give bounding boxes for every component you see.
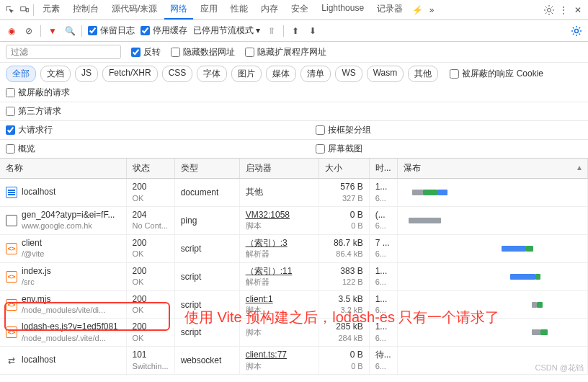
time: 1...6... — [369, 319, 397, 347]
time: 1...6... — [369, 262, 397, 290]
device-icon[interactable] — [19, 4, 30, 16]
preserve-log-checkbox[interactable]: 保留日志 — [88, 25, 135, 37]
type-filter-row: 全部文档JSFetch/XHRCSS字体图片媒体清单WSWasm其他 被屏蔽的响… — [0, 63, 588, 102]
status-code: 200 — [133, 238, 169, 249]
table-row[interactable]: ⇄localhost101Switchin...websocketclient.… — [0, 347, 588, 375]
status-text: OK — [133, 249, 169, 259]
devtools-tab[interactable]: 记录器 — [371, 0, 409, 19]
devtools-tab[interactable]: 控制台 — [67, 0, 104, 19]
col-waterfall[interactable]: 瀑布 ▴ — [397, 159, 587, 179]
time: 待...6... — [369, 347, 397, 375]
script-icon: <> — [6, 271, 17, 283]
type-filter-row-2: 第三方请求 — [0, 102, 588, 121]
col-size[interactable]: 大小 — [318, 159, 369, 179]
svg-point-3 — [575, 29, 579, 32]
more-tabs-icon[interactable]: » — [426, 4, 437, 16]
status-text: OK — [133, 193, 169, 203]
devtools-tab[interactable]: Lighthouse — [316, 0, 370, 19]
devtools-tab[interactable]: 内存 — [255, 0, 284, 19]
devtools-tab[interactable]: 安全 — [285, 0, 314, 19]
overview-checkbox[interactable]: 概览 — [6, 143, 35, 155]
export-har-icon[interactable]: ⬇ — [307, 25, 318, 37]
record-icon[interactable]: ◉ — [6, 25, 17, 37]
type-pill[interactable]: CSS — [162, 66, 193, 82]
hide-ext-url-checkbox[interactable]: 隐藏扩展程序网址 — [245, 46, 326, 58]
status-text: OK — [133, 305, 169, 315]
col-status[interactable]: 状态 — [126, 159, 174, 179]
clear-icon[interactable]: ⊘ — [23, 25, 35, 37]
filter-icon[interactable]: ▼ — [47, 25, 58, 37]
third-party-checkbox[interactable]: 第三方请求 — [6, 105, 61, 117]
size: 0 B — [325, 210, 363, 221]
hide-data-url-checkbox[interactable]: 隐藏数据网址 — [171, 46, 235, 58]
settings-icon[interactable] — [543, 4, 555, 16]
status-code: 200 — [133, 182, 169, 193]
big-rows-checkbox[interactable]: 大请求行 — [6, 124, 53, 136]
filter-row: 反转 隐藏数据网址 隐藏扩展程序网址 — [0, 42, 588, 63]
script-icon: <> — [6, 243, 17, 254]
request-name: gen_204?atyp=i&ei=fF... — [22, 210, 115, 221]
type-pill[interactable]: 文档 — [40, 66, 71, 82]
status-text: OK — [133, 333, 169, 343]
status-code: 200 — [133, 266, 169, 277]
initiator[interactable]: VM32:1058 — [246, 210, 313, 221]
col-time[interactable]: 时... — [369, 159, 397, 179]
type-pill[interactable]: JS — [75, 66, 98, 82]
blocked-req-checkbox[interactable]: 被屏蔽的请求 — [6, 86, 70, 99]
request-path: /src — [22, 277, 51, 287]
table-row[interactable]: <>index.js/src200OKscript（索引）:11解析器383 B… — [0, 262, 588, 290]
filter-input[interactable] — [6, 45, 121, 59]
screenshot-checkbox[interactable]: 屏幕截图 — [316, 143, 362, 155]
request-type: script — [174, 319, 239, 347]
invert-checkbox[interactable]: 反转 — [131, 46, 161, 58]
group-frame-checkbox[interactable]: 按框架分组 — [316, 124, 371, 136]
size: 0 B — [325, 350, 363, 361]
initiator[interactable]: （索引）:11 — [246, 266, 313, 277]
type-pill[interactable]: 其他 — [408, 66, 438, 82]
table-row[interactable]: <>lodash-es.js?v=1ed5f081/node_modules/.… — [0, 319, 588, 347]
close-devtools-icon[interactable]: ✕ — [572, 4, 584, 16]
size-sub: 122 B — [325, 277, 363, 287]
network-conditions-icon[interactable]: ⥣ — [266, 25, 277, 37]
network-settings-icon[interactable] — [571, 25, 582, 37]
type-pill[interactable]: 清单 — [300, 66, 331, 82]
script-icon: <> — [6, 327, 17, 338]
type-pill[interactable]: WS — [335, 66, 362, 82]
type-pill[interactable]: 图片 — [231, 66, 262, 82]
devtools-tab[interactable]: 性能 — [225, 0, 254, 19]
initiator-sub: 脚本 — [246, 221, 313, 231]
disable-cache-checkbox[interactable]: 停用缓存 — [141, 25, 187, 37]
search-icon[interactable]: 🔍 — [64, 25, 76, 37]
type-pill[interactable]: 全部 — [6, 66, 36, 82]
initiator[interactable]: client:1 — [246, 294, 313, 306]
type-pill[interactable]: 字体 — [197, 66, 227, 82]
type-pill[interactable]: Wasm — [367, 66, 404, 82]
type-pill[interactable]: 媒体 — [266, 66, 296, 82]
blocked-cookie-checkbox[interactable]: 被屏蔽的响应 Cookie — [450, 68, 543, 80]
kebab-menu-icon[interactable]: ⋮ — [558, 4, 569, 16]
table-row[interactable]: localhost200OKdocument其他576 B327 B1...6.… — [0, 179, 588, 207]
col-type[interactable]: 类型 — [174, 159, 239, 179]
devtools-tab[interactable]: 网络 — [164, 0, 193, 19]
initiator[interactable]: client.ts:77 — [246, 350, 313, 361]
request-path: www.google.com.hk — [22, 221, 115, 231]
script-icon: <> — [6, 299, 17, 311]
time: 1...6... — [369, 179, 397, 207]
devtools-tab[interactable]: 元素 — [37, 0, 66, 19]
col-initiator[interactable]: 启动器 — [239, 159, 318, 179]
devtools-tab[interactable]: 源代码/来源 — [106, 0, 163, 19]
inspect-icon[interactable] — [4, 4, 16, 16]
size-sub: 86.4 kB — [325, 249, 363, 259]
initiator[interactable]: （索引）:3 — [246, 238, 313, 249]
table-row[interactable]: gen_204?atyp=i&ei=fF...www.google.com.hk… — [0, 206, 588, 234]
size-sub: 0 B — [325, 361, 363, 371]
import-har-icon[interactable]: ⬆ — [290, 25, 301, 37]
col-name[interactable]: 名称 — [0, 159, 126, 179]
devtools-tab[interactable]: 应用 — [195, 0, 223, 19]
size-sub: 327 B — [325, 193, 363, 203]
throttling-select[interactable]: 已停用节流模式 ▾ — [193, 25, 260, 37]
table-row[interactable]: <>env.mjs/node_modules/vite/di...200OKsc… — [0, 290, 588, 319]
table-row[interactable]: <>client/@vite200OKscript（索引）:3解析器86.7 k… — [0, 234, 588, 262]
size: 383 B — [325, 266, 363, 277]
type-pill[interactable]: Fetch/XHR — [102, 66, 158, 82]
